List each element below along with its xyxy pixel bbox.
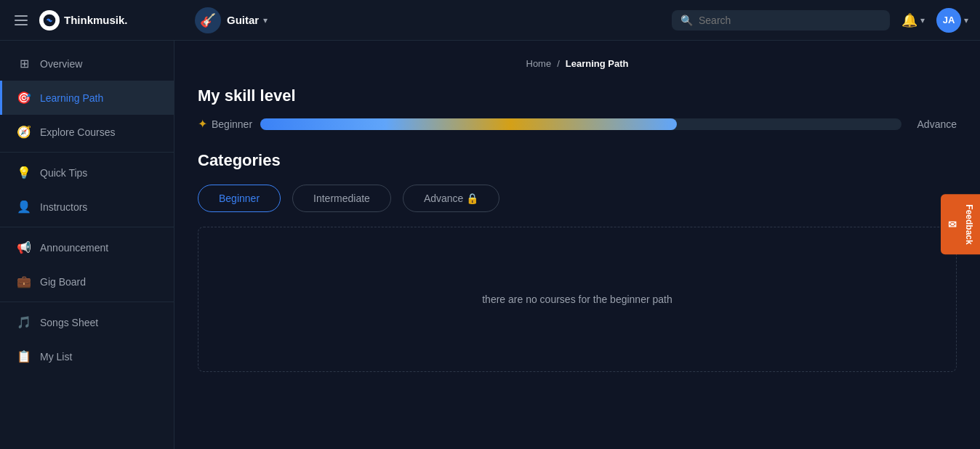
tab-intermediate[interactable]: Intermediate xyxy=(292,185,391,212)
tab-advance[interactable]: Advance 🔒 xyxy=(403,185,499,212)
sidebar-item-label: Instructors xyxy=(40,201,87,213)
sidebar: ⊞ Overview 🎯 Learning Path 🧭 Explore Cou… xyxy=(0,41,174,449)
sidebar-divider-2 xyxy=(0,227,174,227)
avatar-dropdown[interactable]: JA ▾ xyxy=(936,8,968,33)
chevron-down-icon: ▾ xyxy=(920,15,925,25)
person-icon: 👤 xyxy=(17,200,31,214)
topnav-right: 🔍 🔔 ▾ JA ▾ xyxy=(672,8,968,33)
app-name: Thinkmusik. xyxy=(64,14,128,26)
skill-section-title: My skill level xyxy=(198,86,957,105)
feedback-wrapper: Feedback ✉ xyxy=(941,194,980,254)
compass-icon: 🧭 xyxy=(17,125,31,139)
breadcrumb: Home / Learning Path xyxy=(198,58,957,69)
avatar: JA xyxy=(936,8,961,33)
hamburger-menu[interactable] xyxy=(12,12,31,28)
sidebar-item-label: Songs Sheet xyxy=(40,317,98,328)
sidebar-divider-3 xyxy=(0,302,174,302)
briefcase-icon: 💼 xyxy=(17,275,31,288)
sidebar-item-instructors[interactable]: 👤 Instructors xyxy=(0,190,174,224)
skill-bar-container: ✦ Beginner Advance xyxy=(198,117,957,131)
sidebar-item-label: Announcement xyxy=(40,242,108,254)
beginner-label: ✦ Beginner xyxy=(198,117,249,131)
feedback-label: Feedback xyxy=(964,204,974,244)
advance-label: Advance xyxy=(913,118,957,130)
search-input[interactable] xyxy=(699,15,881,26)
skill-bar-fill xyxy=(260,118,677,130)
star-icon: ✦ xyxy=(198,117,207,131)
chevron-down-icon: ▾ xyxy=(964,15,968,25)
sidebar-item-label: My List xyxy=(40,351,72,363)
svg-point-1 xyxy=(48,19,50,21)
main-layout: ⊞ Overview 🎯 Learning Path 🧭 Explore Cou… xyxy=(0,41,980,449)
advance-tab-label: Advance 🔒 xyxy=(424,193,478,204)
tab-beginner[interactable]: Beginner xyxy=(198,185,281,212)
sidebar-item-my-list[interactable]: 📋 My List xyxy=(0,339,174,373)
sidebar-divider xyxy=(0,152,174,153)
instrument-selector[interactable]: Guitar ▾ xyxy=(227,14,268,26)
sidebar-item-quick-tips[interactable]: 💡 Quick Tips xyxy=(0,155,174,190)
main-content: Home / Learning Path My skill level ✦ Be… xyxy=(174,41,980,449)
logo-circle xyxy=(39,10,60,31)
instrument-icon: 🎸 xyxy=(195,7,221,33)
categories-section: Categories Beginner Intermediate Advance… xyxy=(198,151,957,372)
search-box[interactable]: 🔍 xyxy=(672,10,890,31)
chevron-down-icon: ▾ xyxy=(263,15,268,25)
sidebar-item-label: Overview xyxy=(40,58,82,70)
sidebar-item-songs-sheet[interactable]: 🎵 Songs Sheet xyxy=(0,305,174,339)
categories-title: Categories xyxy=(198,151,957,170)
envelope-icon: ✉ xyxy=(947,219,958,230)
search-icon: 🔍 xyxy=(680,15,693,26)
topnav-center: 🎸 Guitar ▾ xyxy=(195,7,663,33)
sidebar-item-label: Learning Path xyxy=(40,92,103,104)
breadcrumb-current: Learning Path xyxy=(566,58,629,69)
empty-state-text: there are no courses for the beginner pa… xyxy=(482,294,672,305)
sidebar-item-learning-path[interactable]: 🎯 Learning Path xyxy=(0,81,174,115)
notification-button[interactable]: 🔔 ▾ xyxy=(901,12,925,28)
topnav: Thinkmusik. 🎸 Guitar ▾ 🔍 🔔 ▾ JA ▾ xyxy=(0,0,980,41)
target-icon: 🎯 xyxy=(17,91,31,105)
music-note-icon: 🎵 xyxy=(17,315,31,329)
sidebar-item-announcement[interactable]: 📢 Announcement xyxy=(0,230,174,264)
instrument-label: Guitar xyxy=(227,14,259,26)
skill-level-section: My skill level ✦ Beginner Advance xyxy=(198,86,957,131)
bulb-icon: 💡 xyxy=(17,166,31,179)
sidebar-item-label: Explore Courses xyxy=(40,126,116,138)
skill-bar-track xyxy=(260,118,901,130)
breadcrumb-home[interactable]: Home xyxy=(526,58,552,69)
grid-icon: ⊞ xyxy=(17,57,31,70)
sidebar-item-label: Quick Tips xyxy=(40,167,87,179)
breadcrumb-separator: / xyxy=(557,58,560,69)
courses-panel: there are no courses for the beginner pa… xyxy=(198,227,957,372)
app-logo: Thinkmusik. xyxy=(39,10,128,31)
list-icon: 📋 xyxy=(17,349,31,363)
topnav-left: Thinkmusik. xyxy=(12,10,186,31)
speaker-icon: 📢 xyxy=(17,240,31,254)
sidebar-item-overview[interactable]: ⊞ Overview xyxy=(0,46,174,81)
category-tabs: Beginner Intermediate Advance 🔒 xyxy=(198,185,957,212)
sidebar-item-explore-courses[interactable]: 🧭 Explore Courses xyxy=(0,115,174,149)
feedback-button[interactable]: Feedback ✉ xyxy=(941,194,980,254)
sidebar-item-label: Gig Board xyxy=(40,276,86,288)
sidebar-item-gig-board[interactable]: 💼 Gig Board xyxy=(0,264,174,299)
